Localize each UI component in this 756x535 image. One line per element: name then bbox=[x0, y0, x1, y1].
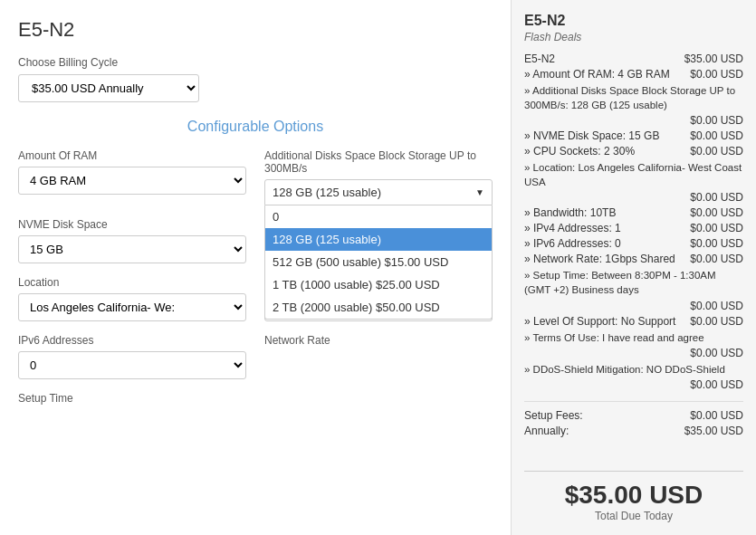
ram-option-group: Amount Of RAM 4 GB RAM 8 GB RAM 16 GB RA… bbox=[18, 149, 246, 205]
billing-cycle-select[interactable]: $35.00 USD Annually bbox=[18, 74, 199, 102]
ram-select[interactable]: 4 GB RAM 8 GB RAM 16 GB RAM bbox=[18, 167, 246, 195]
setup-fees-label: Setup Fees: bbox=[524, 409, 583, 422]
disk-space-option-512gb[interactable]: 512 GB (500 usable) $15.00 USD bbox=[265, 251, 492, 273]
summary-cpu-label: » CPU Sockets: 2 30% bbox=[524, 145, 690, 158]
disk-space-selected-value: 128 GB (125 usable) bbox=[273, 186, 381, 199]
disk-space-dropdown-wrapper: 128 GB (125 usable) ▼ 0 128 GB (125 usab… bbox=[264, 179, 493, 205]
location-label: Location bbox=[18, 276, 246, 289]
summary-terms-desc: » Terms Of Use: I have read and agree bbox=[524, 330, 743, 345]
disk-space-option-group: Additional Disks Space Block Storage UP … bbox=[264, 149, 493, 205]
options-grid: Amount Of RAM 4 GB RAM 8 GB RAM 16 GB RA… bbox=[18, 149, 493, 409]
summary-support-price: $0.00 USD bbox=[690, 315, 743, 328]
summary-support-label: » Level Of Support: No Support bbox=[524, 315, 690, 328]
summary-setup-desc: » Setup Time: Between 8:30PM - 1:30AM (G… bbox=[524, 268, 743, 297]
summary-nvme-label: » NVME Disk Space: 15 GB bbox=[524, 129, 690, 142]
summary-product-label: E5-N2 bbox=[524, 53, 684, 65]
billing-cycle-label: Choose Billing Cycle bbox=[18, 56, 493, 69]
summary-ddos-price: $0.00 USD bbox=[524, 378, 743, 391]
total-label: Total Due Today bbox=[524, 510, 743, 522]
summary-network-label: » Network Rate: 1Gbps Shared bbox=[524, 253, 690, 265]
total-amount: $35.00 USD bbox=[524, 481, 743, 510]
summary-row-nvme: » NVME Disk Space: 15 GB $0.00 USD bbox=[524, 129, 743, 142]
setup-fees-value: $0.00 USD bbox=[690, 409, 743, 422]
summary-row-product: E5-N2 $35.00 USD bbox=[524, 53, 743, 65]
summary-row-support: » Level Of Support: No Support $0.00 USD bbox=[524, 315, 743, 328]
ipv6-label: IPv6 Addresses bbox=[18, 334, 246, 347]
summary-divider bbox=[524, 401, 743, 402]
summary-ddos-desc: » DDoS-Shield Mitigation: NO DDoS-Shield bbox=[524, 362, 743, 377]
summary-location-price: $0.00 USD bbox=[524, 191, 743, 204]
left-panel: E5-N2 Choose Billing Cycle $35.00 USD An… bbox=[0, 0, 512, 535]
summary-fees-row: Setup Fees: $0.00 USD bbox=[524, 409, 743, 422]
summary-bandwidth-price: $0.00 USD bbox=[690, 206, 743, 219]
summary-row-ipv6: » IPv6 Addresses: 0 $0.00 USD bbox=[524, 237, 743, 250]
setup-time-option-group: Setup Time bbox=[18, 392, 246, 409]
nvme-label: NVME Disk Space bbox=[18, 218, 246, 231]
summary-network-price: $0.00 USD bbox=[690, 253, 743, 265]
summary-title: E5-N2 bbox=[524, 13, 743, 29]
summary-ipv4-label: » IPv4 Addresses: 1 bbox=[524, 222, 690, 234]
disk-space-label: Additional Disks Space Block Storage UP … bbox=[264, 149, 493, 175]
configurable-options-title: Configurable Options bbox=[18, 119, 493, 135]
summary-ipv4-price: $0.00 USD bbox=[690, 222, 743, 234]
total-section: $35.00 USD Total Due Today bbox=[524, 471, 743, 522]
summary-ipv6-price: $0.00 USD bbox=[690, 237, 743, 250]
disk-space-option-128gb[interactable]: 128 GB (125 usable) bbox=[265, 228, 492, 251]
summary-ram-price: $0.00 USD bbox=[690, 68, 743, 81]
ipv6-option-group: IPv6 Addresses 0 1 2 bbox=[18, 334, 246, 379]
disk-space-option-0[interactable]: 0 bbox=[265, 205, 492, 228]
setup-time-label: Setup Time bbox=[18, 392, 246, 405]
chevron-down-icon: ▼ bbox=[475, 187, 484, 197]
summary-row-ipv4: » IPv4 Addresses: 1 $0.00 USD bbox=[524, 222, 743, 234]
summary-setup-price: $0.00 USD bbox=[524, 300, 743, 312]
disk-space-option-2tb[interactable]: 2 TB (2000 usable) $50.00 USD bbox=[265, 296, 492, 319]
network-rate-option-group: Network Rate bbox=[264, 334, 493, 379]
nvme-select[interactable]: 15 GB 30 GB 60 GB bbox=[18, 235, 246, 263]
summary-bandwidth-label: » Bandwidth: 10TB bbox=[524, 206, 690, 219]
disk-space-dropdown-trigger[interactable]: 128 GB (125 usable) ▼ bbox=[264, 179, 493, 205]
location-option-group: Location Los Angeles California- We: bbox=[18, 276, 246, 321]
nvme-option-group: NVME Disk Space 15 GB 30 GB 60 GB bbox=[18, 218, 246, 263]
summary-ipv6-label: » IPv6 Addresses: 0 bbox=[524, 237, 690, 250]
summary-terms-price: $0.00 USD bbox=[524, 347, 743, 359]
summary-location-desc: » Location: Los Angeles California- West… bbox=[524, 160, 743, 189]
summary-row-bandwidth: » Bandwidth: 10TB $0.00 USD bbox=[524, 206, 743, 219]
summary-row-network: » Network Rate: 1Gbps Shared $0.00 USD bbox=[524, 253, 743, 265]
disk-space-option-1tb[interactable]: 1 TB (1000 usable) $25.00 USD bbox=[265, 273, 492, 296]
location-select[interactable]: Los Angeles California- We: bbox=[18, 293, 246, 321]
summary-product-price: $35.00 USD bbox=[684, 53, 743, 65]
ipv6-select[interactable]: 0 1 2 bbox=[18, 351, 246, 379]
right-panel: E5-N2 Flash Deals E5-N2 $35.00 USD » Amo… bbox=[512, 0, 756, 535]
summary-disk-price: $0.00 USD bbox=[524, 114, 743, 127]
summary-row-ram: » Amount Of RAM: 4 GB RAM $0.00 USD bbox=[524, 68, 743, 81]
ram-label: Amount Of RAM bbox=[18, 149, 246, 162]
summary-disk-desc: » Additional Disks Space Block Storage U… bbox=[524, 83, 743, 112]
summary-ram-label: » Amount Of RAM: 4 GB RAM bbox=[524, 68, 690, 81]
summary-nvme-price: $0.00 USD bbox=[690, 129, 743, 142]
summary-cpu-price: $0.00 USD bbox=[690, 145, 743, 158]
summary-annually-row: Annually: $35.00 USD bbox=[524, 425, 743, 437]
disk-space-dropdown-open: 0 128 GB (125 usable) 512 GB (500 usable… bbox=[264, 205, 493, 320]
summary-row-cpu: » CPU Sockets: 2 30% $0.00 USD bbox=[524, 145, 743, 158]
annually-value: $35.00 USD bbox=[684, 425, 743, 437]
network-rate-label: Network Rate bbox=[264, 334, 493, 347]
summary-subtitle: Flash Deals bbox=[524, 31, 743, 43]
page-title: E5-N2 bbox=[18, 18, 493, 42]
annually-label: Annually: bbox=[524, 425, 569, 437]
